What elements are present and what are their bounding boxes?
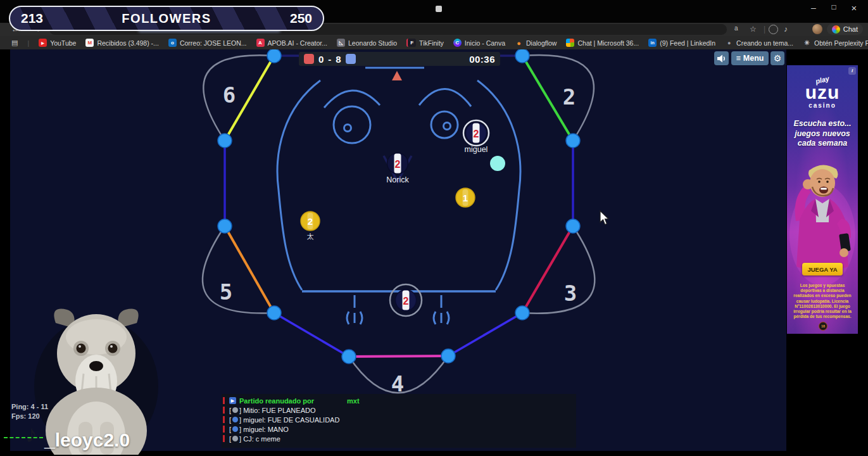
- dialogflow-icon: ●: [515, 39, 523, 47]
- ad-disclaimer: Los juegos y apuestas deportivas a dista…: [791, 283, 853, 319]
- toolbar-divider: |: [764, 25, 765, 34]
- chat-message-text: Mitio: FUE PLANEADO: [243, 407, 315, 414]
- bookmark-label: Creando un tema...: [736, 39, 793, 47]
- streamer-username: _leoyc2.0: [44, 429, 130, 451]
- player-name: Norick: [386, 175, 409, 184]
- bookmark-label: Chat | Microsoft 36...: [577, 39, 639, 47]
- chat-message-text: miguel: FUE DE CASUALIDAD: [243, 416, 339, 424]
- team-dot: [232, 426, 238, 432]
- goal-arcs: [203, 55, 594, 393]
- fps-readout: Fps: 120: [11, 412, 40, 420]
- svg-text:1: 1: [463, 193, 468, 203]
- svg-text:2: 2: [308, 216, 313, 227]
- bookmark-youtube[interactable]: ▶ YouTube: [39, 39, 76, 47]
- translate-icon[interactable]: a: [734, 25, 738, 32]
- svg-text:4: 4: [391, 371, 404, 396]
- followers-goal-banner: 213 FOLLOWERS 250: [9, 6, 324, 31]
- game-chat-log[interactable]: ▶ Partido reanudado por mxt [ ] Mitio: F…: [222, 394, 576, 448]
- svg-text:2: 2: [563, 84, 576, 110]
- bookmark-gmail[interactable]: M Recibidos (3.498) -...: [85, 39, 158, 47]
- away-score: 8: [336, 54, 341, 65]
- bookmark-linkedin[interactable]: in (9) Feed | LinkedIn: [648, 39, 715, 47]
- chat-message: [ ] Mitio: FUE PLANEADO: [222, 405, 576, 415]
- window-minimize-button[interactable]: –: [805, 3, 822, 13]
- speaker-icon: [717, 54, 726, 63]
- bookmark-tikfinity[interactable]: F TikFinity: [406, 39, 444, 47]
- age-badge: 18: [819, 322, 827, 331]
- bookmark-creando-tema[interactable]: ● Creando un tema...: [725, 39, 793, 47]
- svg-text:3: 3: [564, 281, 577, 306]
- casino-ad-panel[interactable]: i play uzu casino Escucha esto... juegos…: [787, 65, 858, 334]
- svg-text:2: 2: [395, 159, 401, 170]
- leonardo-icon: ◺: [337, 39, 345, 47]
- svg-text:6: 6: [223, 82, 236, 108]
- player-miguel: 2 miguel: [463, 120, 489, 154]
- outlook-icon: o: [168, 39, 177, 47]
- score-separator: -: [328, 54, 331, 65]
- bookmark-perplexity[interactable]: ✳ Obtén Perplexity P...: [803, 39, 868, 47]
- team-dot: [232, 436, 238, 441]
- away-team-chip: [346, 54, 356, 64]
- svg-text:5: 5: [220, 279, 232, 305]
- window-maximize-button[interactable]: □: [825, 3, 843, 11]
- chat-system-line: ▶ Partido reanudado por mxt: [222, 396, 576, 405]
- sound-button[interactable]: [714, 51, 729, 65]
- copilot-icon: [832, 25, 840, 34]
- gear-icon: ⚙: [774, 53, 782, 63]
- chat-message-text: CJ: c meme: [243, 435, 280, 443]
- replay-icon: ▶: [229, 397, 236, 404]
- favorites-star-icon[interactable]: ☆: [750, 25, 757, 34]
- bookmark-label: Recibidos (3.498) -...: [97, 39, 158, 47]
- match-timer: 00:36: [469, 54, 495, 65]
- goal-numbers: 6 2 5 3 4: [220, 82, 577, 396]
- perplexity-icon: ✳: [803, 39, 811, 47]
- bookmark-label: Obtén Perplexity P...: [814, 39, 868, 47]
- music-note-extension-icon[interactable]: ♪: [784, 25, 788, 34]
- bookmark-leonardo[interactable]: ◺ Leonardo Studio: [337, 39, 397, 47]
- extension-icon[interactable]: [769, 25, 778, 34]
- player-name: miguel: [465, 145, 488, 154]
- chat-button-label: Chat: [843, 25, 858, 33]
- tab-favicon[interactable]: [436, 6, 442, 12]
- bookmark-microsoft-chat[interactable]: Chat | Microsoft 36...: [566, 39, 639, 47]
- team-dot: [232, 417, 238, 422]
- field-nodes: [218, 49, 580, 364]
- team-dot: [232, 407, 238, 413]
- ad-info-icon[interactable]: i: [848, 67, 856, 75]
- goal-line-4: [349, 356, 448, 357]
- chat-message: [ ] miguel: MANO: [222, 424, 576, 434]
- chat-system-text: Partido reanudado por: [239, 397, 314, 405]
- chat-system-actor: mxt: [347, 397, 360, 405]
- ping-readout: Ping: 4 - 11: [11, 403, 48, 410]
- menu-button[interactable]: ≡ Menu: [731, 51, 769, 65]
- home-team-chip: [304, 54, 314, 64]
- bookmark-outlook[interactable]: o Correo: JOSE LEON...: [168, 39, 247, 47]
- bookmark-label: Inicio - Canva: [465, 39, 505, 47]
- tikfinity-icon: F: [406, 39, 416, 47]
- chat-message: [ ] CJ: c meme: [222, 434, 576, 443]
- bookmark-label: Correo: JOSE LEON...: [180, 39, 247, 47]
- edge-chat-button[interactable]: Chat: [827, 23, 863, 35]
- bookmark-dialogflow[interactable]: ● Dialogflow: [515, 39, 557, 47]
- bookmark-label: Leonardo Studio: [348, 39, 397, 47]
- window-close-button[interactable]: ×: [845, 3, 863, 13]
- bookmark-label: (9) Feed | LinkedIn: [660, 39, 715, 47]
- bookmark-label: Dialogflow: [526, 39, 557, 47]
- canva-icon: C: [453, 39, 462, 47]
- bookmarks-divider: |: [27, 39, 29, 47]
- player-norick: 2 Norick: [386, 153, 409, 185]
- settings-button[interactable]: ⚙: [771, 51, 784, 65]
- yellow-ball-2: 2 太: [301, 212, 320, 240]
- yellow-ball-1: 1: [456, 188, 475, 207]
- ad-brand-logo: play uzu casino: [787, 74, 858, 109]
- microsoft-chat-icon: [566, 39, 574, 47]
- juega-ya-button[interactable]: JUEGA YA: [802, 263, 843, 276]
- bookmark-apob[interactable]: A APOB.AI - Creator...: [256, 39, 328, 47]
- mouse-cursor: [599, 210, 612, 227]
- sidebar-panel-icon[interactable]: ▤: [11, 39, 18, 47]
- ad-headline: Escucha esto... juegos nuevos cada seman…: [787, 119, 858, 149]
- cyan-ball: [490, 156, 505, 171]
- browser-profile-avatar[interactable]: [812, 24, 822, 34]
- chat-message: [ ] miguel: FUE DE CASUALIDAD: [222, 415, 576, 424]
- bookmark-canva-inicio[interactable]: C Inicio - Canva: [453, 39, 505, 47]
